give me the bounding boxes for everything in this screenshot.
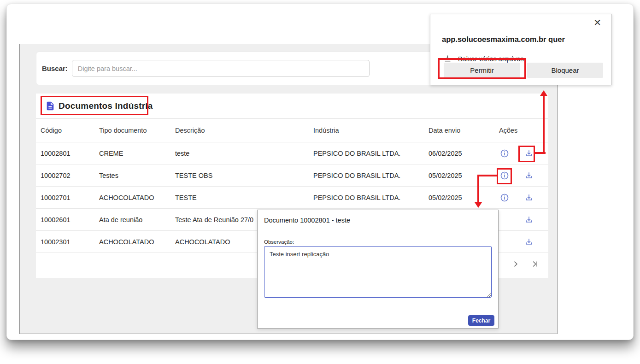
last-page-icon <box>530 259 540 269</box>
observation-modal: Documento 10002801 - teste Observação: T… <box>257 210 499 329</box>
col-header-descricao: Descrição <box>170 127 309 134</box>
cell-data-envio: 05/02/2025 <box>424 172 495 179</box>
table-header: Código Tipo documento Descrição Indústri… <box>36 118 548 142</box>
dialog-origin-title: app.solucoesmaxima.com.br quer <box>442 35 565 44</box>
observation-textarea[interactable]: Teste insert replicação <box>264 246 492 298</box>
documents-title-row: Documentos Indústria <box>36 94 548 118</box>
col-header-data-envio: Data envio <box>424 127 495 134</box>
cell-tipo: ACHOCOLATADO <box>94 238 170 246</box>
info-icon <box>500 193 509 202</box>
cell-descricao: TESTE <box>170 194 309 201</box>
download-request-icon <box>443 54 452 63</box>
cell-data-envio: 06/02/2025 <box>424 150 495 157</box>
close-icon[interactable]: ✕ <box>593 18 601 27</box>
cell-industria: PEPSICO DO BRASIL LTDA. <box>309 194 424 201</box>
search-label: Buscar: <box>42 65 68 72</box>
download-button[interactable] <box>523 192 534 203</box>
block-button[interactable]: Bloquear <box>527 63 603 78</box>
cell-tipo: ACHOCOLATADO <box>94 194 170 201</box>
cell-codigo: 10002702 <box>36 172 94 179</box>
screenshot-root: Buscar: Documentos Indústria Código Tipo… <box>0 0 640 364</box>
download-icon <box>524 193 534 202</box>
download-button[interactable] <box>523 214 534 225</box>
info-button[interactable] <box>499 148 510 159</box>
table-row: 10002801 CREME teste PEPSICO DO BRASIL L… <box>36 142 548 164</box>
allow-button[interactable]: Permitir <box>444 63 520 78</box>
dialog-request-label: Baixar vários arquivos <box>458 55 524 63</box>
next-page-button[interactable] <box>510 258 522 270</box>
col-header-industria: Indústria <box>309 127 424 134</box>
browser-permission-dialog: app.solucoesmaxima.com.br quer ✕ Baixar … <box>430 14 612 85</box>
download-icon <box>524 171 534 180</box>
cell-codigo: 10002701 <box>36 194 94 201</box>
download-button[interactable] <box>523 170 534 181</box>
page-title: Documentos Indústria <box>59 101 153 111</box>
next-page-icon <box>511 259 520 269</box>
cell-tipo: Ata de reunião <box>94 216 170 223</box>
table-row: 10002702 Testes TESTE OBS PEPSICO DO BRA… <box>36 164 548 187</box>
download-icon <box>524 149 534 158</box>
modal-close-button[interactable]: Fechar <box>468 315 494 326</box>
download-button[interactable] <box>523 236 534 247</box>
observation-label: Observação: <box>264 239 294 245</box>
cell-tipo: CREME <box>94 150 170 157</box>
info-button[interactable] <box>499 170 510 181</box>
cell-industria: PEPSICO DO BRASIL LTDA. <box>309 150 424 157</box>
download-button[interactable] <box>523 148 534 159</box>
col-header-tipo: Tipo documento <box>94 127 170 134</box>
download-icon <box>524 215 534 224</box>
cell-codigo: 10002801 <box>36 150 94 157</box>
col-header-codigo: Código <box>36 127 94 134</box>
cell-tipo: Testes <box>94 172 170 179</box>
info-icon <box>500 171 509 180</box>
document-icon <box>45 100 55 112</box>
cell-descricao: TESTE OBS <box>170 172 309 179</box>
cell-codigo: 10002301 <box>36 238 94 246</box>
dialog-request-row: Baixar vários arquivos <box>443 54 524 63</box>
cell-codigo: 10002601 <box>36 216 94 223</box>
cell-industria: PEPSICO DO BRASIL LTDA. <box>309 172 424 179</box>
cell-descricao: teste <box>170 150 309 157</box>
info-icon <box>500 149 509 158</box>
col-header-acoes: Ações <box>495 127 548 134</box>
table-row: 10002701 ACHOCOLATADO TESTE PEPSICO DO B… <box>36 187 548 209</box>
modal-title: Documento 10002801 - teste <box>264 217 350 224</box>
cell-data-envio: 05/02/2025 <box>424 194 495 201</box>
download-icon <box>524 237 534 247</box>
search-input[interactable] <box>72 60 370 77</box>
info-button[interactable] <box>499 192 510 203</box>
last-page-button[interactable] <box>529 258 541 270</box>
